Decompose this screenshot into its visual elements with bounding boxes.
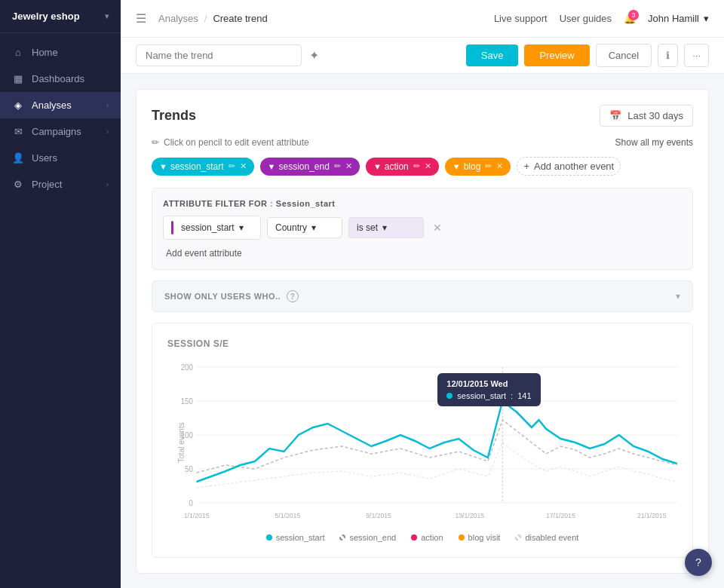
sidebar-logo-arrow: ▾ [105,12,109,20]
attribute-filter-row: session_start ▾ Country ▾ is set ▾ ✕ [163,216,682,240]
legend-blog-visit: blog visit [459,533,501,542]
help-fab[interactable]: ? [685,549,712,576]
event-tags: ▼ session_start ✏ ✕ ▼ session_end ✏ ✕ ▼ … [152,157,693,176]
sidebar-item-users[interactable]: 👤 Users [0,145,121,171]
legend-dot-disabled [515,534,521,541]
sidebar-item-project[interactable]: ⚙ Project › [0,171,121,198]
svg-text:50: 50 [185,465,193,473]
event-tag-action: ▼ action ✏ ✕ [366,158,439,176]
menu-icon[interactable]: ☰ [136,11,146,26]
attr-property-value: Country [275,222,307,233]
user-guides-link[interactable]: User guides [560,13,612,24]
live-support-link[interactable]: Live support [494,13,548,24]
attribute-remove-icon[interactable]: ✕ [433,222,442,234]
svg-text:17/1/2015: 17/1/2015 [546,512,575,519]
tag-edit-icon-session-start[interactable]: ✏ [229,161,235,171]
svg-text:1/1/2015: 1/1/2015 [184,512,210,519]
trends-title: Trends [152,108,196,124]
tag-edit-icon-blog[interactable]: ✏ [485,161,492,171]
attribute-event-select[interactable]: session_start ▾ [163,216,261,240]
legend-label-disabled: disabled event [525,533,578,542]
legend-dot-action [411,534,417,541]
legend-label-session-end: session_end [349,533,396,542]
svg-text:150: 150 [181,397,194,406]
legend-session-start: session_start [266,533,325,542]
show-all-events-link[interactable]: Show all my events [615,137,693,148]
user-menu[interactable]: John Hamill ▾ [648,13,709,24]
cancel-button[interactable]: Cancel [596,44,652,67]
add-attribute-link[interactable]: Add event attribute [166,248,242,259]
add-icon: + [523,161,529,172]
attr-event-value: session_start [181,222,235,233]
info-button[interactable]: ℹ [658,44,678,67]
breadcrumb-separator: / [204,13,207,24]
attr-filter-prefix: ATTRIBUTE FILTER FOR [163,199,268,208]
legend-label-session-start: session_start [276,533,325,542]
select-bar-purple [171,221,173,234]
legend-action: action [411,533,443,542]
filter-icon-purple: ▼ [268,162,276,171]
show-users-label: SHOW ONLY USERS WHO.. ? [164,290,299,302]
show-users-section[interactable]: SHOW ONLY USERS WHO.. ? ▾ [152,280,693,312]
breadcrumb-current: Create trend [213,13,267,24]
event-tag-session-start: ▼ session_start ✏ ✕ [152,158,254,176]
attr-condition-value: is set [357,222,378,233]
tag-close-icon-session-end[interactable]: ✕ [345,161,352,171]
attribute-property-select[interactable]: Country ▾ [267,217,342,238]
attribute-filter-label: ATTRIBUTE FILTER FOR : Session_start [163,199,682,208]
sidebar-item-home[interactable]: ⌂ Home [0,39,121,66]
date-range-label: Last 30 days [627,110,683,121]
svg-text:13/1/2015: 13/1/2015 [455,512,484,519]
page-content: Trends 📅 Last 30 days ✏ Click on pencil … [121,74,724,588]
sidebar: Jewelry eshop ▾ ⌂ Home ▦ Dashboards ◈ An… [0,0,121,588]
tag-close-icon-blog[interactable]: ✕ [496,161,503,171]
trend-name-input[interactable] [136,44,302,66]
svg-text:21/1/2015: 21/1/2015 [637,512,667,519]
tag-edit-icon-session-end[interactable]: ✏ [334,161,341,171]
sidebar-item-label: Campaigns [32,126,81,137]
svg-text:5/1/2015: 5/1/2015 [275,512,300,519]
event-tag-label: session_end [278,161,329,172]
filter-icon-pink: ▼ [373,162,382,171]
sidebar-logo[interactable]: Jewelry eshop ▾ [0,0,121,33]
notification-badge: 3 [628,10,639,20]
date-range-button[interactable]: 📅 Last 30 days [600,105,693,127]
dashboards-icon: ▦ [12,73,24,84]
attr-condition-arrow: ▾ [382,222,387,233]
edit-hint-label: Click on pencil to edit event attribute [164,137,309,148]
svg-text:200: 200 [181,363,194,372]
attribute-condition-select[interactable]: is set ▾ [348,217,424,238]
save-button[interactable]: Save [466,44,519,66]
project-expand-icon: › [106,180,109,188]
sidebar-nav: ⌂ Home ▦ Dashboards ◈ Analyses › ✉ Campa… [0,33,121,588]
show-users-text: SHOW ONLY USERS WHO.. [164,292,281,301]
event-tag-label: blog [464,161,481,172]
legend-disabled-event: disabled event [515,533,578,542]
legend-session-end: session_end [339,533,396,542]
app-name: Jewelry eshop [12,11,80,22]
tag-edit-icon-action[interactable]: ✏ [413,161,420,171]
sidebar-item-dashboards[interactable]: ▦ Dashboards [0,66,121,92]
trends-header: Trends 📅 Last 30 days [152,105,693,127]
y-axis-label: Total events [177,422,186,462]
tag-close-icon-action[interactable]: ✕ [425,161,431,171]
sidebar-item-analyses[interactable]: ◈ Analyses › [0,92,121,118]
toolbar-actions: Save Preview Cancel ℹ ··· [466,44,709,67]
more-button[interactable]: ··· [684,44,709,67]
chart-legend: session_start session_end action blog vi… [167,533,677,542]
sidebar-item-campaigns[interactable]: ✉ Campaigns › [0,118,121,145]
tag-close-icon-session-start[interactable]: ✕ [240,161,247,171]
show-users-help-icon[interactable]: ? [287,290,299,302]
breadcrumb-analyses[interactable]: Analyses [158,13,198,24]
sidebar-item-label: Users [32,152,57,164]
add-event-button[interactable]: + Add another event [517,157,621,176]
sidebar-item-label: Project [32,179,62,190]
filter-icon-amber: ▼ [452,162,461,171]
ai-pencil-icon[interactable]: ✦ [309,48,319,63]
users-icon: 👤 [12,152,24,164]
preview-button[interactable]: Preview [524,44,589,66]
user-name: John Hamill [648,13,699,24]
notification-icon[interactable]: 🔔 3 [624,13,636,24]
filter-icon-cyan: ▼ [159,162,167,171]
main-content: ☰ Analyses / Create trend Live support U… [121,0,724,588]
